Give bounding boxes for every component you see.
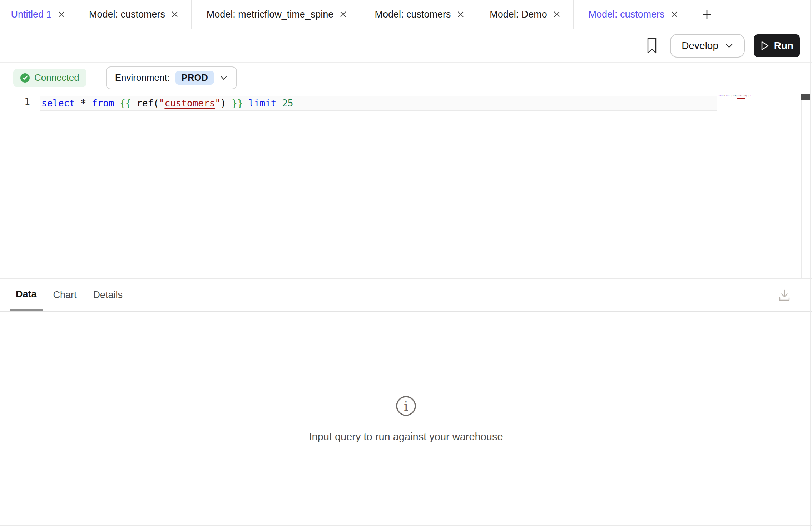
bookmark-icon[interactable] <box>647 37 657 54</box>
tab-label: Model: customers <box>375 9 451 20</box>
code-token: * <box>81 98 92 109</box>
empty-state-message: Input query to run against your warehous… <box>309 431 503 443</box>
close-icon[interactable] <box>670 10 678 18</box>
tab-label: Model: customers <box>588 9 664 20</box>
minimap-token: customers <box>737 95 745 97</box>
tab-details[interactable]: Details <box>88 279 129 311</box>
editor-minimap[interactable]: select * from {{ ref("customers") }} lim… <box>718 95 751 100</box>
close-icon[interactable] <box>553 10 561 18</box>
minimap-token: limit <box>750 95 751 97</box>
code-token: " <box>215 98 221 109</box>
toolbar: Develop Run <box>0 29 812 63</box>
code-token: {{ <box>120 98 137 109</box>
results-panel-header: Data Chart Details <box>0 278 812 312</box>
code-token: limit <box>248 98 282 109</box>
run-button-label: Run <box>774 40 793 51</box>
editor-status-row: Connected Environment: PROD <box>0 63 812 92</box>
close-icon[interactable] <box>457 10 465 18</box>
ref-model-link[interactable]: customers <box>164 98 215 109</box>
close-icon[interactable] <box>58 10 65 18</box>
run-button[interactable]: Run <box>754 34 800 57</box>
tab-model-customers-1[interactable]: Model: customers <box>76 0 192 29</box>
code-token: ref <box>137 98 153 109</box>
environment-value-badge: PROD <box>175 71 214 85</box>
tab-model-customers-3[interactable]: Model: customers <box>574 0 693 29</box>
tab-chart[interactable]: Chart <box>48 279 83 311</box>
chevron-down-icon <box>220 75 228 80</box>
svg-text:i: i <box>404 398 408 414</box>
editor-scrollbar-thumb[interactable] <box>801 94 811 100</box>
editor-scrollbar-track <box>801 94 802 278</box>
page-right-border <box>810 0 811 531</box>
connected-label: Connected <box>34 72 79 83</box>
tab-details-label: Details <box>93 289 123 301</box>
tab-label: Model: metricflow_time_spine <box>207 9 334 20</box>
tab-data-label: Data <box>16 289 37 300</box>
code-token: ( <box>153 98 159 109</box>
tab-model-metricflow-time-spine[interactable]: Model: metricflow_time_spine <box>192 0 362 29</box>
tab-label: Untitled 1 <box>11 9 51 20</box>
chevron-down-icon <box>725 43 733 49</box>
plus-icon <box>701 8 713 20</box>
environment-selector[interactable]: Environment: PROD <box>106 66 237 89</box>
download-results-button[interactable] <box>777 288 792 303</box>
tab-model-customers-2[interactable]: Model: customers <box>362 0 477 29</box>
line-number: 1 <box>0 96 30 107</box>
check-circle-icon <box>20 73 30 83</box>
develop-button-label: Develop <box>682 40 718 51</box>
ide-window: Untitled 1 Model: customers Model: metri… <box>0 0 812 531</box>
tab-label: Model: Demo <box>490 9 547 20</box>
sql-editor[interactable]: 1 select * from {{ ref("customers") }} l… <box>0 92 812 278</box>
download-icon <box>777 288 792 303</box>
info-circle-icon: i <box>395 395 417 417</box>
tab-model-demo[interactable]: Model: Demo <box>477 0 574 29</box>
add-tab-button[interactable] <box>693 0 721 29</box>
code-token: " <box>159 98 165 109</box>
statusbar-divider <box>0 525 812 526</box>
code-line-1[interactable]: select * from {{ ref("customers") }} lim… <box>40 96 717 111</box>
code-token: }} <box>232 98 248 109</box>
results-tabs: Data Chart Details <box>10 279 128 311</box>
close-icon[interactable] <box>171 10 179 18</box>
close-icon[interactable] <box>339 10 347 18</box>
code-token: 25 <box>282 98 293 109</box>
tab-bar: Untitled 1 Model: customers Model: metri… <box>0 0 812 29</box>
tab-untitled-1[interactable]: Untitled 1 <box>0 0 76 29</box>
code-token: from <box>92 98 120 109</box>
environment-label: Environment: <box>115 72 170 83</box>
code-token: select <box>41 98 81 109</box>
play-icon <box>761 41 769 51</box>
minimap-token: from <box>726 95 731 97</box>
tab-label: Model: customers <box>89 9 165 20</box>
tab-chart-label: Chart <box>53 289 77 301</box>
minimap-token: select <box>718 95 724 97</box>
tab-data[interactable]: Data <box>10 279 43 311</box>
minimap-token: {{ <box>731 95 733 97</box>
develop-button[interactable]: Develop <box>670 34 745 58</box>
connected-badge: Connected <box>13 69 86 87</box>
code-token: ) <box>221 98 232 109</box>
results-panel-body: i Input query to run against your wareho… <box>0 313 812 525</box>
